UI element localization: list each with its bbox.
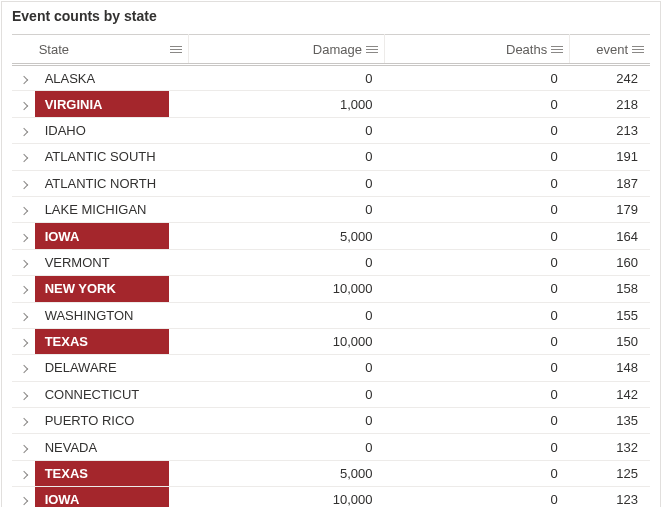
state-label: CONNECTICUT bbox=[35, 382, 189, 407]
state-label: TEXAS bbox=[35, 329, 169, 354]
table-row[interactable]: TEXAS5,0000125 bbox=[12, 460, 650, 486]
chevron-right-icon bbox=[20, 365, 28, 373]
state-label: VIRGINIA bbox=[35, 91, 169, 116]
expand-toggle[interactable] bbox=[12, 487, 35, 507]
chevron-right-icon bbox=[20, 339, 28, 347]
cell-state: TEXAS bbox=[35, 460, 189, 486]
expand-toggle[interactable] bbox=[12, 302, 35, 328]
table-row[interactable]: CONNECTICUT00142 bbox=[12, 381, 650, 407]
table-row[interactable]: LAKE MICHIGAN00179 bbox=[12, 196, 650, 222]
chevron-right-icon bbox=[20, 497, 28, 505]
table-row[interactable]: ALASKA00242 bbox=[12, 65, 650, 91]
cell-event: 242 bbox=[570, 65, 650, 91]
table-row[interactable]: IOWA5,0000164 bbox=[12, 223, 650, 249]
header-deaths-label: Deaths bbox=[506, 42, 547, 57]
table-row[interactable]: IOWA10,0000123 bbox=[12, 487, 650, 507]
cell-event: 160 bbox=[570, 249, 650, 275]
chevron-right-icon bbox=[20, 312, 28, 320]
chevron-right-icon bbox=[20, 154, 28, 162]
cell-event: 148 bbox=[570, 355, 650, 381]
chevron-right-icon bbox=[20, 392, 28, 400]
cell-event: 142 bbox=[570, 381, 650, 407]
state-label: ATLANTIC NORTH bbox=[35, 171, 189, 196]
cell-deaths: 0 bbox=[384, 170, 569, 196]
cell-deaths: 0 bbox=[384, 249, 569, 275]
cell-event: 125 bbox=[570, 460, 650, 486]
cell-damage: 0 bbox=[189, 434, 385, 460]
cell-state: WASHINGTON bbox=[35, 302, 189, 328]
cell-damage: 1,000 bbox=[189, 91, 385, 117]
table-row[interactable]: ATLANTIC NORTH00187 bbox=[12, 170, 650, 196]
hamburger-icon[interactable] bbox=[551, 44, 563, 54]
cell-damage: 5,000 bbox=[189, 223, 385, 249]
expand-toggle[interactable] bbox=[12, 434, 35, 460]
expand-toggle[interactable] bbox=[12, 65, 35, 91]
cell-state: IOWA bbox=[35, 223, 189, 249]
table-row[interactable]: ATLANTIC SOUTH00191 bbox=[12, 144, 650, 170]
table-row[interactable]: WASHINGTON00155 bbox=[12, 302, 650, 328]
state-label: IOWA bbox=[35, 487, 169, 507]
state-label: NEVADA bbox=[35, 434, 189, 459]
cell-state: IDAHO bbox=[35, 117, 189, 143]
table-row[interactable]: IDAHO00213 bbox=[12, 117, 650, 143]
cell-deaths: 0 bbox=[384, 223, 569, 249]
cell-deaths: 0 bbox=[384, 460, 569, 486]
table-row[interactable]: PUERTO RICO00135 bbox=[12, 408, 650, 434]
cell-state: NEVADA bbox=[35, 434, 189, 460]
chevron-right-icon bbox=[20, 75, 28, 83]
cell-deaths: 0 bbox=[384, 144, 569, 170]
hamburger-icon[interactable] bbox=[170, 44, 182, 54]
header-deaths[interactable]: Deaths bbox=[384, 35, 569, 65]
cell-damage: 0 bbox=[189, 170, 385, 196]
table-row[interactable]: DELAWARE00148 bbox=[12, 355, 650, 381]
header-state[interactable]: State bbox=[35, 35, 189, 65]
header-state-label: State bbox=[39, 42, 69, 57]
header-damage-label: Damage bbox=[313, 42, 362, 57]
cell-event: 218 bbox=[570, 91, 650, 117]
expand-toggle[interactable] bbox=[12, 91, 35, 117]
data-table: State Damage Deaths event bbox=[12, 34, 650, 507]
chevron-right-icon bbox=[20, 101, 28, 109]
header-event[interactable]: event bbox=[570, 35, 650, 65]
state-label: NEW YORK bbox=[35, 276, 169, 301]
expand-toggle[interactable] bbox=[12, 144, 35, 170]
expand-toggle[interactable] bbox=[12, 381, 35, 407]
cell-state: TEXAS bbox=[35, 328, 189, 354]
table-row[interactable]: NEW YORK10,0000158 bbox=[12, 276, 650, 302]
hamburger-icon[interactable] bbox=[366, 44, 378, 54]
expand-toggle[interactable] bbox=[12, 196, 35, 222]
cell-deaths: 0 bbox=[384, 355, 569, 381]
hamburger-icon[interactable] bbox=[632, 44, 644, 54]
expand-toggle[interactable] bbox=[12, 276, 35, 302]
cell-deaths: 0 bbox=[384, 196, 569, 222]
chevron-right-icon bbox=[20, 418, 28, 426]
expand-toggle[interactable] bbox=[12, 223, 35, 249]
expand-toggle[interactable] bbox=[12, 117, 35, 143]
table-row[interactable]: NEVADA00132 bbox=[12, 434, 650, 460]
cell-state: DELAWARE bbox=[35, 355, 189, 381]
chevron-right-icon bbox=[20, 286, 28, 294]
chevron-right-icon bbox=[20, 444, 28, 452]
cell-event: 123 bbox=[570, 487, 650, 507]
cell-damage: 0 bbox=[189, 117, 385, 143]
expand-toggle[interactable] bbox=[12, 460, 35, 486]
cell-damage: 10,000 bbox=[189, 328, 385, 354]
expand-toggle[interactable] bbox=[12, 355, 35, 381]
expand-toggle[interactable] bbox=[12, 170, 35, 196]
cell-event: 132 bbox=[570, 434, 650, 460]
header-damage[interactable]: Damage bbox=[189, 35, 385, 65]
cell-damage: 5,000 bbox=[189, 460, 385, 486]
cell-event: 179 bbox=[570, 196, 650, 222]
cell-state: IOWA bbox=[35, 487, 189, 507]
expand-toggle[interactable] bbox=[12, 328, 35, 354]
table-row[interactable]: TEXAS10,0000150 bbox=[12, 328, 650, 354]
table-row[interactable]: VIRGINIA1,0000218 bbox=[12, 91, 650, 117]
cell-state: ATLANTIC NORTH bbox=[35, 170, 189, 196]
cell-deaths: 0 bbox=[384, 302, 569, 328]
expand-toggle[interactable] bbox=[12, 249, 35, 275]
table-row[interactable]: VERMONT00160 bbox=[12, 249, 650, 275]
expand-toggle[interactable] bbox=[12, 408, 35, 434]
state-label: LAKE MICHIGAN bbox=[35, 197, 189, 222]
cell-damage: 0 bbox=[189, 196, 385, 222]
state-label: PUERTO RICO bbox=[35, 408, 189, 433]
